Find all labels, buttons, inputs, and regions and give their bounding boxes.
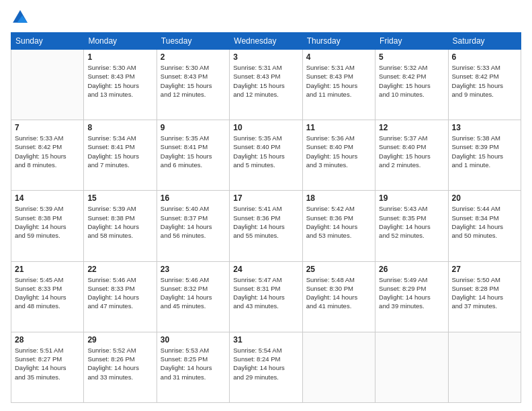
calendar-cell	[302, 332, 375, 402]
day-number: 18	[306, 193, 371, 203]
calendar-cell: 2Sunrise: 5:30 AM Sunset: 8:43 PM Daylig…	[157, 50, 229, 120]
day-number: 28	[15, 335, 80, 345]
day-number: 17	[233, 193, 298, 203]
day-info: Sunrise: 5:46 AM Sunset: 8:32 PM Dayligh…	[161, 275, 226, 311]
calendar-cell: 3Sunrise: 5:31 AM Sunset: 8:43 PM Daylig…	[230, 50, 302, 120]
calendar-cell: 5Sunrise: 5:32 AM Sunset: 8:42 PM Daylig…	[375, 50, 448, 120]
calendar-cell: 8Sunrise: 5:34 AM Sunset: 8:41 PM Daylig…	[84, 120, 157, 191]
day-info: Sunrise: 5:32 AM Sunset: 8:42 PM Dayligh…	[379, 63, 444, 99]
day-info: Sunrise: 5:53 AM Sunset: 8:25 PM Dayligh…	[161, 346, 226, 381]
day-number: 25	[306, 265, 371, 274]
weekday-header: Friday	[375, 33, 448, 50]
calendar-cell: 22Sunrise: 5:46 AM Sunset: 8:33 PM Dayli…	[84, 261, 157, 332]
calendar-cell: 24Sunrise: 5:47 AM Sunset: 8:31 PM Dayli…	[230, 261, 302, 332]
weekday-header: Sunday	[11, 33, 84, 50]
day-number: 1	[87, 52, 152, 62]
weekday-header: Saturday	[448, 33, 521, 50]
calendar-cell: 12Sunrise: 5:37 AM Sunset: 8:40 PM Dayli…	[375, 120, 448, 191]
day-number: 10	[233, 123, 298, 132]
day-info: Sunrise: 5:39 AM Sunset: 8:38 PM Dayligh…	[15, 204, 80, 240]
calendar-cell: 16Sunrise: 5:40 AM Sunset: 8:37 PM Dayli…	[157, 191, 229, 261]
calendar-cell: 25Sunrise: 5:48 AM Sunset: 8:30 PM Dayli…	[302, 261, 375, 332]
calendar-cell: 17Sunrise: 5:41 AM Sunset: 8:36 PM Dayli…	[230, 191, 302, 261]
calendar-cell: 29Sunrise: 5:52 AM Sunset: 8:26 PM Dayli…	[84, 332, 157, 402]
calendar-cell: 11Sunrise: 5:36 AM Sunset: 8:40 PM Dayli…	[302, 120, 375, 191]
header	[11, 8, 521, 27]
day-number: 3	[233, 52, 298, 62]
calendar-cell: 14Sunrise: 5:39 AM Sunset: 8:38 PM Dayli…	[11, 191, 84, 261]
day-number: 9	[161, 123, 226, 132]
day-info: Sunrise: 5:47 AM Sunset: 8:31 PM Dayligh…	[233, 275, 298, 311]
day-number: 8	[87, 123, 152, 132]
calendar-cell: 1Sunrise: 5:30 AM Sunset: 8:43 PM Daylig…	[84, 50, 157, 120]
calendar-cell: 23Sunrise: 5:46 AM Sunset: 8:32 PM Dayli…	[157, 261, 229, 332]
calendar-cell: 7Sunrise: 5:33 AM Sunset: 8:42 PM Daylig…	[11, 120, 84, 191]
day-number: 22	[87, 265, 152, 274]
calendar-cell: 6Sunrise: 5:33 AM Sunset: 8:42 PM Daylig…	[448, 50, 521, 120]
calendar-cell: 13Sunrise: 5:38 AM Sunset: 8:39 PM Dayli…	[448, 120, 521, 191]
calendar-cell: 27Sunrise: 5:50 AM Sunset: 8:28 PM Dayli…	[448, 261, 521, 332]
day-info: Sunrise: 5:33 AM Sunset: 8:42 PM Dayligh…	[15, 134, 80, 169]
calendar-cell: 18Sunrise: 5:42 AM Sunset: 8:36 PM Dayli…	[302, 191, 375, 261]
calendar-cell: 31Sunrise: 5:54 AM Sunset: 8:24 PM Dayli…	[230, 332, 302, 402]
day-info: Sunrise: 5:45 AM Sunset: 8:33 PM Dayligh…	[15, 275, 80, 311]
day-number: 27	[452, 265, 517, 274]
day-info: Sunrise: 5:52 AM Sunset: 8:26 PM Dayligh…	[87, 346, 152, 381]
day-info: Sunrise: 5:42 AM Sunset: 8:36 PM Dayligh…	[306, 204, 371, 240]
day-info: Sunrise: 5:31 AM Sunset: 8:43 PM Dayligh…	[233, 63, 298, 99]
day-number: 5	[379, 52, 444, 62]
day-number: 4	[306, 52, 371, 62]
weekday-header: Monday	[84, 33, 157, 50]
calendar-cell: 28Sunrise: 5:51 AM Sunset: 8:27 PM Dayli…	[11, 332, 84, 402]
page: SundayMondayTuesdayWednesdayThursdayFrid…	[0, 0, 532, 411]
calendar-week-row: 1Sunrise: 5:30 AM Sunset: 8:43 PM Daylig…	[11, 50, 521, 120]
calendar-week-row: 14Sunrise: 5:39 AM Sunset: 8:38 PM Dayli…	[11, 191, 521, 261]
calendar: SundayMondayTuesdayWednesdayThursdayFrid…	[11, 32, 521, 403]
day-info: Sunrise: 5:43 AM Sunset: 8:35 PM Dayligh…	[379, 204, 444, 240]
day-info: Sunrise: 5:30 AM Sunset: 8:43 PM Dayligh…	[87, 63, 152, 99]
day-number: 15	[87, 193, 152, 203]
day-number: 6	[452, 52, 517, 62]
calendar-cell: 30Sunrise: 5:53 AM Sunset: 8:25 PM Dayli…	[157, 332, 229, 402]
day-info: Sunrise: 5:38 AM Sunset: 8:39 PM Dayligh…	[452, 134, 517, 169]
day-info: Sunrise: 5:50 AM Sunset: 8:28 PM Dayligh…	[452, 275, 517, 311]
calendar-cell	[375, 332, 448, 402]
day-number: 19	[379, 193, 444, 203]
day-info: Sunrise: 5:31 AM Sunset: 8:43 PM Dayligh…	[306, 63, 371, 99]
calendar-cell	[11, 50, 84, 120]
weekday-header: Thursday	[302, 33, 375, 50]
day-info: Sunrise: 5:35 AM Sunset: 8:41 PM Dayligh…	[161, 134, 226, 169]
calendar-cell: 15Sunrise: 5:39 AM Sunset: 8:38 PM Dayli…	[84, 191, 157, 261]
day-info: Sunrise: 5:33 AM Sunset: 8:42 PM Dayligh…	[452, 63, 517, 99]
day-info: Sunrise: 5:41 AM Sunset: 8:36 PM Dayligh…	[233, 204, 298, 240]
calendar-week-row: 7Sunrise: 5:33 AM Sunset: 8:42 PM Daylig…	[11, 120, 521, 191]
day-number: 7	[15, 123, 80, 132]
day-number: 12	[379, 123, 444, 132]
day-number: 24	[233, 265, 298, 274]
day-info: Sunrise: 5:39 AM Sunset: 8:38 PM Dayligh…	[87, 204, 152, 240]
day-number: 20	[452, 193, 517, 203]
day-info: Sunrise: 5:51 AM Sunset: 8:27 PM Dayligh…	[15, 346, 80, 381]
calendar-cell: 4Sunrise: 5:31 AM Sunset: 8:43 PM Daylig…	[302, 50, 375, 120]
calendar-cell: 9Sunrise: 5:35 AM Sunset: 8:41 PM Daylig…	[157, 120, 229, 191]
calendar-cell	[448, 332, 521, 402]
day-number: 16	[161, 193, 226, 203]
calendar-week-row: 21Sunrise: 5:45 AM Sunset: 8:33 PM Dayli…	[11, 261, 521, 332]
day-info: Sunrise: 5:37 AM Sunset: 8:40 PM Dayligh…	[379, 134, 444, 169]
weekday-header-row: SundayMondayTuesdayWednesdayThursdayFrid…	[11, 33, 521, 50]
day-number: 14	[15, 193, 80, 203]
day-info: Sunrise: 5:44 AM Sunset: 8:34 PM Dayligh…	[452, 204, 517, 240]
calendar-cell: 19Sunrise: 5:43 AM Sunset: 8:35 PM Dayli…	[375, 191, 448, 261]
day-info: Sunrise: 5:54 AM Sunset: 8:24 PM Dayligh…	[233, 346, 298, 381]
day-number: 13	[452, 123, 517, 132]
day-number: 29	[87, 335, 152, 345]
weekday-header: Tuesday	[157, 33, 229, 50]
calendar-cell: 21Sunrise: 5:45 AM Sunset: 8:33 PM Dayli…	[11, 261, 84, 332]
day-number: 23	[161, 265, 226, 274]
day-number: 30	[161, 335, 226, 345]
logo-icon	[11, 8, 30, 27]
weekday-header: Wednesday	[230, 33, 302, 50]
calendar-week-row: 28Sunrise: 5:51 AM Sunset: 8:27 PM Dayli…	[11, 332, 521, 402]
day-number: 31	[233, 335, 298, 345]
calendar-cell: 10Sunrise: 5:35 AM Sunset: 8:40 PM Dayli…	[230, 120, 302, 191]
